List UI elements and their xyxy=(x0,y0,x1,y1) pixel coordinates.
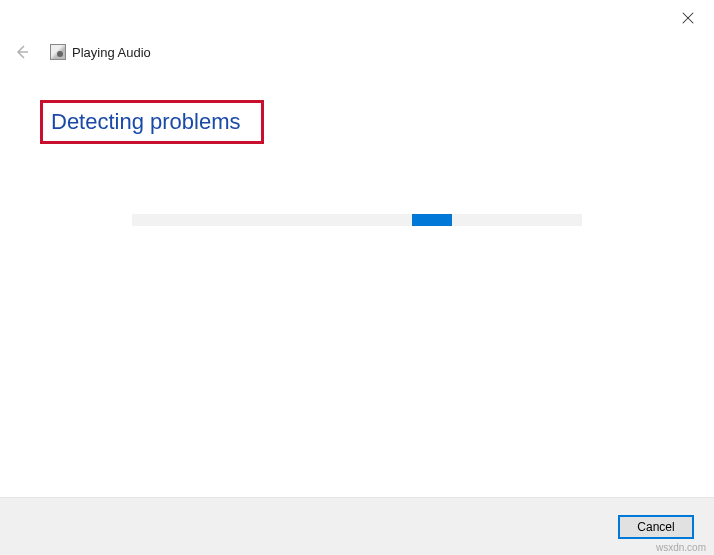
detecting-heading: Detecting problems xyxy=(51,109,241,135)
content-area: Detecting problems xyxy=(0,64,714,226)
heading-highlight-box: Detecting problems xyxy=(40,100,264,144)
header-row: Playing Audio xyxy=(0,40,714,64)
window-title: Playing Audio xyxy=(72,45,151,60)
close-button[interactable] xyxy=(680,10,696,26)
troubleshooter-icon xyxy=(50,44,66,60)
titlebar xyxy=(0,0,714,40)
close-icon xyxy=(681,11,695,25)
back-button xyxy=(14,44,30,60)
progress-indicator xyxy=(412,214,452,226)
back-arrow-icon xyxy=(14,44,30,60)
progress-bar xyxy=(132,214,582,226)
title-wrap: Playing Audio xyxy=(50,44,151,60)
footer-bar: Cancel xyxy=(0,497,714,555)
cancel-button[interactable]: Cancel xyxy=(618,515,694,539)
